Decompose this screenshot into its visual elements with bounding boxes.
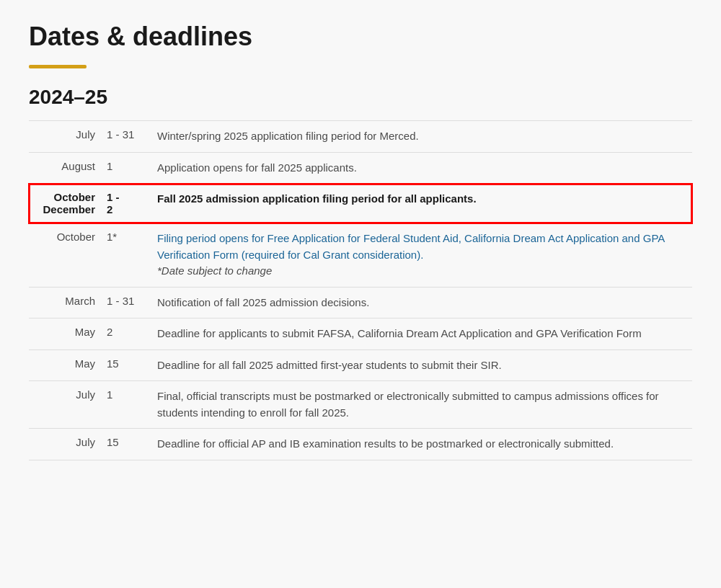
date-cell: 15 — [101, 429, 151, 460]
date-cell: 1 -2 — [101, 184, 151, 223]
date-cell: 1 - 31 — [101, 287, 151, 318]
year-heading: 2024–25 — [29, 86, 692, 109]
desc-cell: Final, official transcripts must be post… — [151, 381, 692, 429]
month-cell: May — [29, 318, 101, 350]
table-row: October 1* Filing period opens for Free … — [29, 223, 692, 288]
desc-cell: Deadline for all fall 2025 admitted firs… — [151, 349, 692, 381]
month-cell: May — [29, 349, 101, 381]
month-cell: OctoberDecember — [29, 184, 101, 223]
highlighted-table-row: OctoberDecember 1 -2 Fall 2025 admission… — [29, 184, 692, 223]
table-row: July 15 Deadline for official AP and IB … — [29, 429, 692, 460]
date-cell: 2 — [101, 318, 151, 350]
table-row: July 1 Final, official transcripts must … — [29, 381, 692, 429]
date-cell: 1* — [101, 223, 151, 288]
gold-divider — [29, 65, 87, 68]
month-cell: July — [29, 121, 101, 153]
desc-cell: Fall 2025 admission application filing p… — [151, 184, 692, 223]
month-cell: August — [29, 152, 101, 184]
month-cell: October — [29, 223, 101, 288]
desc-cell: Winter/spring 2025 application filing pe… — [151, 121, 692, 153]
desc-cell: Deadline for applicants to submit FAFSA,… — [151, 318, 692, 350]
date-cell: 1 - 31 — [101, 121, 151, 153]
date-cell: 15 — [101, 349, 151, 381]
date-cell: 1 — [101, 152, 151, 184]
table-row: August 1 Application opens for fall 2025… — [29, 152, 692, 184]
month-cell: July — [29, 429, 101, 460]
desc-cell: Filing period opens for Free Application… — [151, 223, 692, 288]
date-subject-to-change: *Date subject to change — [157, 264, 272, 277]
desc-cell: Application opens for fall 2025 applican… — [151, 152, 692, 184]
date-cell: 1 — [101, 381, 151, 429]
table-row: May 15 Deadline for all fall 2025 admitt… — [29, 349, 692, 381]
month-cell: July — [29, 381, 101, 429]
desc-cell: Deadline for official AP and IB examinat… — [151, 429, 692, 460]
page-title: Dates & deadlines — [29, 22, 692, 52]
table-row: May 2 Deadline for applicants to submit … — [29, 318, 692, 350]
deadlines-table: July 1 - 31 Winter/spring 2025 applicati… — [29, 120, 692, 460]
desc-cell: Notification of fall 2025 admission deci… — [151, 287, 692, 318]
fafsa-link[interactable]: Filing period opens for Free Application… — [157, 232, 664, 261]
month-cell: March — [29, 287, 101, 318]
table-row: March 1 - 31 Notification of fall 2025 a… — [29, 287, 692, 318]
table-row: July 1 - 31 Winter/spring 2025 applicati… — [29, 121, 692, 153]
